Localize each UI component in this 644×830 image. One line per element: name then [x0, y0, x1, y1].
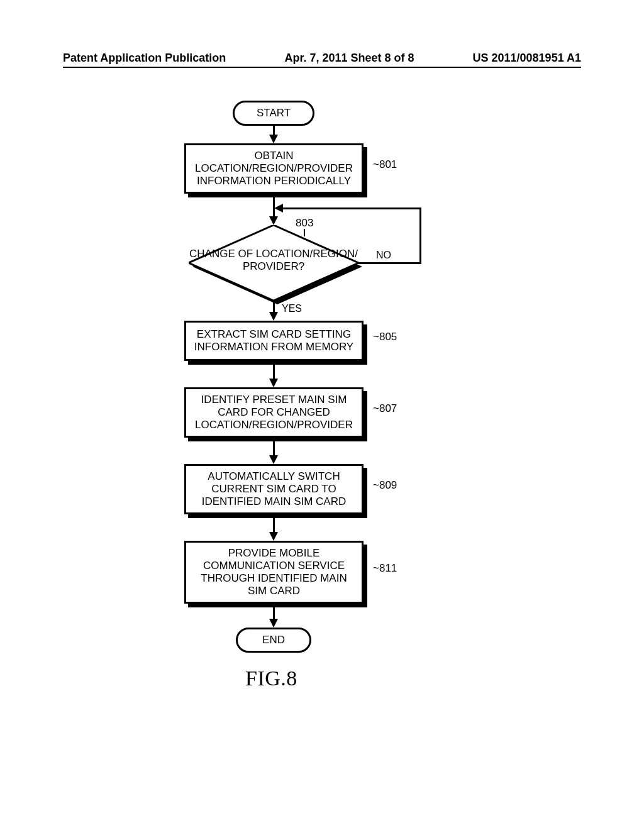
- no-seg-up: [419, 208, 421, 264]
- ref-807: ~807: [373, 402, 397, 415]
- decision-yes-label: YES: [282, 303, 302, 314]
- ref-809: ~809: [373, 479, 397, 492]
- header-right: US 2011/0081951 A1: [473, 52, 581, 65]
- terminator-start: START: [233, 101, 314, 126]
- terminator-start-label: START: [257, 107, 291, 119]
- page-header: Patent Application Publication Apr. 7, 2…: [0, 52, 644, 65]
- arrow-809-811: [273, 518, 275, 533]
- ref-807-tilde: ~: [373, 402, 379, 414]
- arrowhead-809-811: [269, 532, 278, 541]
- no-seg-right: [358, 262, 421, 264]
- ref-801-tilde: ~: [373, 158, 379, 170]
- ref-811-num: 811: [379, 562, 397, 574]
- flowchart-canvas: START OBTAIN LOCATION/REGION/PROVIDER IN…: [0, 94, 644, 755]
- process-807-text: IDENTIFY PRESET MAIN SIM CARD FOR CHANGE…: [191, 394, 357, 431]
- ref-807-num: 807: [379, 402, 397, 414]
- process-811-text: PROVIDE MOBILE COMMUNICATION SERVICE THR…: [191, 547, 357, 597]
- process-801: OBTAIN LOCATION/REGION/PROVIDER INFORMAT…: [184, 143, 364, 194]
- arrowhead-805-807: [269, 379, 278, 387]
- ref-809-tilde: ~: [373, 479, 379, 491]
- ref-811: ~811: [373, 562, 397, 575]
- header-left: Patent Application Publication: [63, 52, 226, 65]
- decision-803-text-inner: CHANGE OF LOCATION/REGION/ PROVIDER?: [189, 248, 358, 272]
- process-801-text: OBTAIN LOCATION/REGION/PROVIDER INFORMAT…: [191, 150, 357, 187]
- arrow-803-805: [273, 301, 275, 313]
- process-809-text: AUTOMATICALLY SWITCH CURRENT SIM CARD TO…: [191, 470, 357, 508]
- arrow-811-end: [273, 607, 275, 620]
- no-seg-left: [282, 208, 421, 209]
- figure-label: FIG.8: [245, 667, 297, 690]
- arrowhead-no-merge: [274, 204, 283, 213]
- ref-811-tilde: ~: [373, 562, 379, 574]
- process-811-wrap: PROVIDE MOBILE COMMUNICATION SERVICE THR…: [184, 541, 364, 604]
- ref-803-num: 803: [296, 217, 313, 229]
- ref-801: ~801: [373, 158, 397, 171]
- process-801-wrap: OBTAIN LOCATION/REGION/PROVIDER INFORMAT…: [184, 143, 364, 194]
- arrow-807-809: [273, 441, 275, 456]
- ref-805: ~805: [373, 331, 397, 343]
- ref-805-num: 805: [379, 331, 397, 343]
- ref-805-tilde: ~: [373, 331, 379, 343]
- arrowhead-801-803: [269, 216, 278, 225]
- process-807: IDENTIFY PRESET MAIN SIM CARD FOR CHANGE…: [184, 387, 364, 438]
- arrowhead-807-809: [269, 455, 278, 464]
- decision-no-label: NO: [376, 250, 391, 261]
- arrowhead-start-801: [269, 135, 278, 143]
- ref-803-leader: [304, 229, 305, 236]
- terminator-end-label: END: [262, 634, 285, 646]
- header-divider: [63, 67, 581, 68]
- arrowhead-811-end: [269, 619, 278, 628]
- process-805: EXTRACT SIM CARD SETTING INFORMATION FRO…: [184, 321, 364, 361]
- arrowhead-803-805: [269, 312, 278, 321]
- ref-801-num: 801: [379, 158, 397, 170]
- decision-803-wrap: CHANGE OF LOCATION/REGION/ PROVIDER?: [189, 225, 358, 301]
- ref-803: 803: [296, 217, 313, 230]
- arrow-805-807: [273, 365, 275, 380]
- process-805-text: EXTRACT SIM CARD SETTING INFORMATION FRO…: [191, 328, 357, 353]
- header-center: Apr. 7, 2011 Sheet 8 of 8: [284, 52, 414, 65]
- terminator-end: END: [236, 628, 311, 653]
- process-809-wrap: AUTOMATICALLY SWITCH CURRENT SIM CARD TO…: [184, 464, 364, 514]
- ref-809-num: 809: [379, 479, 397, 491]
- process-811: PROVIDE MOBILE COMMUNICATION SERVICE THR…: [184, 541, 364, 604]
- process-809: AUTOMATICALLY SWITCH CURRENT SIM CARD TO…: [184, 464, 364, 514]
- process-805-wrap: EXTRACT SIM CARD SETTING INFORMATION FRO…: [184, 321, 364, 361]
- process-807-wrap: IDENTIFY PRESET MAIN SIM CARD FOR CHANGE…: [184, 387, 364, 438]
- decision-803-text: CHANGE OF LOCATION/REGION/ PROVIDER?: [189, 248, 358, 272]
